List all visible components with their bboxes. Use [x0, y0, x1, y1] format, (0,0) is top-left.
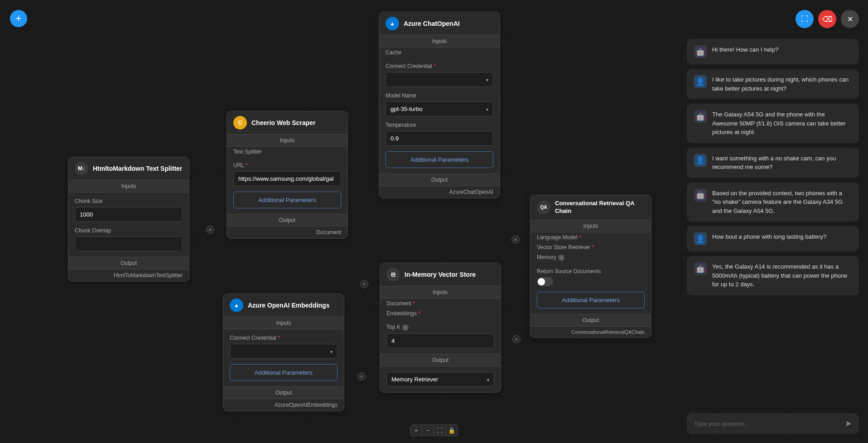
user-avatar-icon: 👤	[694, 75, 707, 88]
azure-icon: ▲	[386, 17, 399, 30]
chunk-size-label: Chunk Size	[75, 198, 183, 204]
node-html-splitter[interactable]: M↓ HtmltoMarkdown Text Splitter Inputs C…	[68, 157, 189, 282]
chat-input[interactable]	[694, 420, 840, 427]
inputs-section: Inputs	[227, 134, 347, 147]
credential-select[interactable]	[230, 344, 338, 359]
chat-panel: 🤖Hi there! How can I help?👤I like to tak…	[687, 39, 859, 434]
output-name: HtmlToMarkdownTextSplitter	[68, 270, 189, 281]
node-title: Cheerio Web Scraper	[251, 119, 315, 126]
qa-icon: QA	[537, 201, 550, 214]
expand-button[interactable]: ⛶	[796, 10, 814, 28]
node-header[interactable]: M↓ HtmltoMarkdown Text Splitter	[68, 157, 189, 180]
delete-edge-button[interactable]: ×	[206, 226, 214, 234]
additional-parameters-button[interactable]: Additional Parameters	[537, 292, 645, 308]
node-header[interactable]: ▲ Azure ChatOpenAI	[379, 12, 500, 35]
lang-model-port: Language Model *	[530, 232, 651, 242]
output-section: Output	[223, 386, 344, 399]
output-name: Document	[227, 226, 347, 238]
message-text: Hi there! How can I help?	[712, 45, 852, 54]
message-text: Yes, the Galaxy A14 is recommended as it…	[712, 262, 852, 289]
close-icon: ✕	[847, 15, 853, 24]
output-section: Output	[530, 314, 651, 327]
url-input[interactable]	[233, 171, 341, 186]
zoom-fit-button[interactable]: ⛶	[434, 425, 446, 436]
additional-parameters-button[interactable]: Additional Parameters	[230, 364, 338, 381]
output-section: Output	[227, 214, 347, 226]
output-section: Output	[380, 354, 501, 366]
chunk-size-input[interactable]	[75, 207, 183, 222]
model-select[interactable]: gpt-35-turbo	[386, 101, 493, 116]
memory-port: Memoryi	[530, 252, 651, 263]
topk-input[interactable]	[386, 333, 494, 348]
message-text: How bout a phone with long lasting batte…	[712, 232, 852, 241]
top-right-controls: ⛶ ⌫ ✕	[796, 10, 859, 28]
chat-message: 👤I like to take pictures during night, w…	[687, 69, 859, 99]
output-name: ConversationalRetrievalQAChain	[530, 327, 651, 337]
delete-edge-button[interactable]: ×	[357, 372, 366, 380]
additional-parameters-button[interactable]: Additional Parameters	[386, 151, 493, 168]
message-text: Based on the provided context, two phone…	[712, 189, 852, 216]
close-button[interactable]: ✕	[841, 10, 859, 28]
bot-avatar-icon: 🤖	[694, 262, 707, 275]
chat-message: 🤖The Galaxy A54 5G and the phone with th…	[687, 104, 859, 143]
inputs-section: Inputs	[380, 286, 501, 299]
inputs-section: Inputs	[223, 317, 344, 329]
azure-icon: ▲	[230, 299, 243, 312]
embeddings-port: Embeddings *	[380, 308, 501, 318]
node-title: HtmltoMarkdown Text Splitter	[93, 165, 182, 172]
node-title: Conversational Retrieval QA Chain	[555, 200, 645, 215]
node-header[interactable]: QA Conversational Retrieval QA Chain	[530, 195, 651, 220]
bot-avatar-icon: 🤖	[694, 189, 707, 202]
delete-edge-button[interactable]: ×	[360, 280, 368, 288]
zoom-lock-button[interactable]: 🔒	[446, 425, 458, 436]
zoom-out-button[interactable]: −	[422, 425, 434, 436]
node-title: In-Memory Vector Store	[405, 271, 476, 278]
node-azure-chat[interactable]: ▲ Azure ChatOpenAI Inputs Cache Connect …	[379, 12, 500, 198]
node-vector-store[interactable]: ⊟ In-Memory Vector Store Inputs Document…	[380, 263, 501, 393]
output-section: Output	[68, 257, 189, 270]
chat-message: 🤖Hi there! How can I help?	[687, 39, 859, 64]
topk-label: Top Ki	[386, 324, 494, 331]
delete-edge-button[interactable]: ×	[512, 335, 521, 343]
cache-port: Cache	[379, 48, 500, 58]
add-node-button[interactable]: +	[10, 10, 27, 27]
chunk-overlap-input[interactable]	[75, 236, 183, 251]
node-qa-chain[interactable]: QA Conversational Retrieval QA Chain Inp…	[530, 195, 651, 338]
node-title: Azure OpenAI Embeddings	[248, 302, 329, 309]
plus-icon: +	[16, 13, 22, 24]
credential-label: Connect Credential *	[230, 335, 338, 341]
node-azure-embeddings[interactable]: ▲ Azure OpenAI Embeddings Inputs Connect…	[223, 294, 344, 411]
node-cheerio[interactable]: C Cheerio Web Scraper Inputs Text Splitt…	[227, 111, 348, 239]
erase-button[interactable]: ⌫	[818, 10, 836, 28]
send-button[interactable]: ➤	[845, 419, 852, 429]
return-docs-label: Return Source Documents	[537, 268, 645, 274]
output-name: AzureChatOpenAI	[379, 186, 500, 198]
zoom-in-button[interactable]: +	[410, 425, 422, 436]
send-icon: ➤	[845, 419, 852, 428]
user-avatar-icon: 👤	[694, 232, 707, 245]
database-icon: ⊟	[386, 268, 400, 281]
model-label: Model Name	[386, 92, 493, 99]
output-type-select[interactable]: Memory Retriever	[386, 372, 494, 387]
node-header[interactable]: C Cheerio Web Scraper	[227, 111, 347, 134]
node-header[interactable]: ⊟ In-Memory Vector Store	[380, 263, 501, 286]
markdown-icon: M↓	[75, 162, 88, 175]
temperature-input[interactable]	[386, 131, 493, 146]
credential-label: Connect Credential *	[386, 63, 493, 69]
info-icon: i	[558, 255, 564, 261]
message-text: I like to take pictures during night, wh…	[712, 75, 852, 93]
retriever-port: Vector Store Retriever *	[530, 242, 651, 252]
output-section: Output	[379, 173, 500, 186]
node-header[interactable]: ▲ Azure OpenAI Embeddings	[223, 294, 344, 317]
delete-edge-button[interactable]: ×	[511, 236, 520, 244]
bot-avatar-icon: 🤖	[694, 110, 707, 123]
node-title: Azure ChatOpenAI	[404, 20, 460, 27]
return-docs-toggle[interactable]	[537, 277, 553, 286]
additional-parameters-button[interactable]: Additional Parameters	[233, 192, 341, 208]
message-text: I want something with a no shake cam, ca…	[712, 154, 852, 172]
chunk-overlap-label: Chunk Overlap	[75, 227, 183, 234]
chat-message: 👤How bout a phone with long lasting batt…	[687, 226, 859, 251]
text-splitter-port: Text Splitter	[227, 147, 347, 157]
credential-select[interactable]	[386, 72, 493, 87]
inputs-section: Inputs	[530, 220, 651, 232]
